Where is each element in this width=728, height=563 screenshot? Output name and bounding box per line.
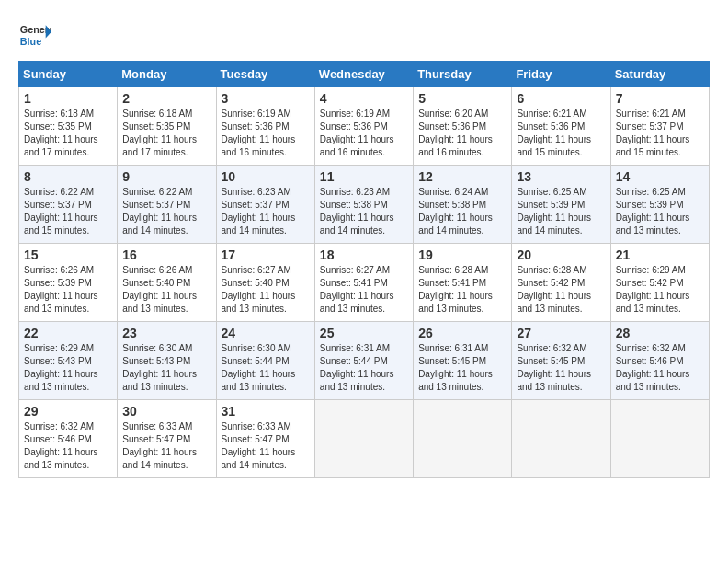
day-cell-1: 1Sunrise: 6:18 AMSunset: 5:35 PMDaylight…	[19, 87, 118, 166]
day-cell-13: 13Sunrise: 6:25 AMSunset: 5:39 PMDayligh…	[512, 166, 610, 244]
day-cell-17: 17Sunrise: 6:27 AMSunset: 5:40 PMDayligh…	[216, 244, 314, 322]
day-cell-22: 22Sunrise: 6:29 AMSunset: 5:43 PMDayligh…	[19, 322, 118, 400]
day-info: Sunrise: 6:29 AMSunset: 5:42 PMDaylight:…	[616, 265, 690, 314]
day-cell-2: 2Sunrise: 6:18 AMSunset: 5:35 PMDaylight…	[118, 87, 216, 166]
day-cell-8: 8Sunrise: 6:22 AMSunset: 5:37 PMDaylight…	[19, 166, 118, 244]
day-cell-20: 20Sunrise: 6:28 AMSunset: 5:42 PMDayligh…	[512, 244, 610, 322]
weekday-header-wednesday: Wednesday	[314, 62, 413, 87]
svg-text:Blue: Blue	[20, 36, 41, 47]
day-info: Sunrise: 6:25 AMSunset: 5:39 PMDaylight:…	[517, 187, 591, 236]
day-info: Sunrise: 6:32 AMSunset: 5:46 PMDaylight:…	[616, 343, 690, 392]
day-number: 26	[418, 326, 506, 340]
day-number: 12	[418, 169, 506, 184]
weekday-header-friday: Friday	[512, 62, 610, 87]
day-cell-21: 21Sunrise: 6:29 AMSunset: 5:42 PMDayligh…	[610, 244, 709, 322]
day-number: 29	[24, 404, 112, 419]
day-info: Sunrise: 6:33 AMSunset: 5:47 PMDaylight:…	[222, 421, 296, 470]
day-info: Sunrise: 6:18 AMSunset: 5:35 PMDaylight:…	[24, 109, 98, 157]
day-cell-3: 3Sunrise: 6:19 AMSunset: 5:36 PMDaylight…	[216, 87, 314, 166]
empty-cell	[414, 400, 512, 478]
day-cell-26: 26Sunrise: 6:31 AMSunset: 5:45 PMDayligh…	[414, 322, 512, 400]
day-number: 21	[616, 247, 704, 262]
day-info: Sunrise: 6:26 AMSunset: 5:39 PMDaylight:…	[24, 265, 98, 314]
day-number: 17	[222, 247, 310, 262]
day-number: 6	[517, 91, 605, 106]
weekday-header-thursday: Thursday	[414, 62, 512, 87]
day-info: Sunrise: 6:30 AMSunset: 5:44 PMDaylight:…	[222, 343, 296, 392]
day-info: Sunrise: 6:31 AMSunset: 5:45 PMDaylight:…	[418, 343, 493, 392]
weekday-header-saturday: Saturday	[610, 62, 709, 87]
day-number: 7	[616, 91, 704, 106]
weekday-header-row: SundayMondayTuesdayWednesdayThursdayFrid…	[19, 62, 710, 87]
empty-cell	[314, 400, 413, 478]
day-cell-7: 7Sunrise: 6:21 AMSunset: 5:37 PMDaylight…	[610, 87, 709, 166]
day-info: Sunrise: 6:31 AMSunset: 5:44 PMDaylight:…	[320, 343, 394, 392]
day-number: 22	[24, 326, 112, 340]
day-cell-18: 18Sunrise: 6:27 AMSunset: 5:41 PMDayligh…	[314, 244, 413, 322]
day-cell-4: 4Sunrise: 6:19 AMSunset: 5:36 PMDaylight…	[314, 87, 413, 166]
day-info: Sunrise: 6:30 AMSunset: 5:43 PMDaylight:…	[122, 343, 197, 392]
day-info: Sunrise: 6:24 AMSunset: 5:38 PMDaylight:…	[418, 187, 493, 236]
weekday-header-tuesday: Tuesday	[216, 62, 314, 87]
day-number: 27	[517, 326, 605, 340]
day-cell-28: 28Sunrise: 6:32 AMSunset: 5:46 PMDayligh…	[610, 322, 709, 400]
day-info: Sunrise: 6:28 AMSunset: 5:41 PMDaylight:…	[418, 265, 493, 314]
day-number: 8	[24, 169, 112, 184]
day-info: Sunrise: 6:29 AMSunset: 5:43 PMDaylight:…	[24, 343, 98, 392]
day-number: 11	[320, 169, 408, 184]
day-info: Sunrise: 6:18 AMSunset: 5:35 PMDaylight:…	[122, 109, 197, 157]
day-number: 31	[222, 404, 310, 419]
day-cell-30: 30Sunrise: 6:33 AMSunset: 5:47 PMDayligh…	[118, 400, 216, 478]
day-number: 18	[320, 247, 408, 262]
day-cell-12: 12Sunrise: 6:24 AMSunset: 5:38 PMDayligh…	[414, 166, 512, 244]
day-number: 24	[222, 326, 310, 340]
day-cell-11: 11Sunrise: 6:23 AMSunset: 5:38 PMDayligh…	[314, 166, 413, 244]
day-number: 25	[320, 326, 408, 340]
day-cell-6: 6Sunrise: 6:21 AMSunset: 5:36 PMDaylight…	[512, 87, 610, 166]
day-info: Sunrise: 6:27 AMSunset: 5:41 PMDaylight:…	[320, 265, 394, 314]
day-info: Sunrise: 6:23 AMSunset: 5:38 PMDaylight:…	[320, 187, 394, 236]
day-number: 4	[320, 91, 408, 106]
day-number: 19	[418, 247, 506, 262]
day-info: Sunrise: 6:19 AMSunset: 5:36 PMDaylight:…	[222, 109, 296, 157]
day-info: Sunrise: 6:33 AMSunset: 5:47 PMDaylight:…	[122, 421, 197, 470]
calendar-table: SundayMondayTuesdayWednesdayThursdayFrid…	[18, 61, 710, 478]
header: General Blue	[18, 18, 710, 52]
day-number: 13	[517, 169, 605, 184]
day-cell-16: 16Sunrise: 6:26 AMSunset: 5:40 PMDayligh…	[118, 244, 216, 322]
day-cell-25: 25Sunrise: 6:31 AMSunset: 5:44 PMDayligh…	[314, 322, 413, 400]
day-info: Sunrise: 6:22 AMSunset: 5:37 PMDaylight:…	[122, 187, 197, 236]
empty-cell	[610, 400, 709, 478]
calendar-row-1: 1Sunrise: 6:18 AMSunset: 5:35 PMDaylight…	[19, 87, 710, 166]
calendar-row-3: 15Sunrise: 6:26 AMSunset: 5:39 PMDayligh…	[19, 244, 710, 322]
calendar-row-4: 22Sunrise: 6:29 AMSunset: 5:43 PMDayligh…	[19, 322, 710, 400]
day-info: Sunrise: 6:32 AMSunset: 5:45 PMDaylight:…	[517, 343, 591, 392]
day-number: 14	[616, 169, 704, 184]
day-cell-10: 10Sunrise: 6:23 AMSunset: 5:37 PMDayligh…	[216, 166, 314, 244]
day-cell-14: 14Sunrise: 6:25 AMSunset: 5:39 PMDayligh…	[610, 166, 709, 244]
logo-icon: General Blue	[18, 18, 51, 52]
day-number: 3	[222, 91, 310, 106]
day-info: Sunrise: 6:32 AMSunset: 5:46 PMDaylight:…	[24, 421, 98, 470]
day-number: 16	[122, 247, 210, 262]
day-cell-24: 24Sunrise: 6:30 AMSunset: 5:44 PMDayligh…	[216, 322, 314, 400]
day-number: 28	[616, 326, 704, 340]
day-info: Sunrise: 6:19 AMSunset: 5:36 PMDaylight:…	[320, 109, 394, 157]
day-number: 30	[122, 404, 210, 419]
day-cell-15: 15Sunrise: 6:26 AMSunset: 5:39 PMDayligh…	[19, 244, 118, 322]
day-info: Sunrise: 6:22 AMSunset: 5:37 PMDaylight:…	[24, 187, 98, 236]
day-info: Sunrise: 6:26 AMSunset: 5:40 PMDaylight:…	[122, 265, 197, 314]
logo: General Blue	[18, 18, 51, 52]
day-info: Sunrise: 6:20 AMSunset: 5:36 PMDaylight:…	[418, 109, 493, 157]
weekday-header-monday: Monday	[118, 62, 216, 87]
day-info: Sunrise: 6:21 AMSunset: 5:37 PMDaylight:…	[616, 109, 690, 157]
day-cell-23: 23Sunrise: 6:30 AMSunset: 5:43 PMDayligh…	[118, 322, 216, 400]
day-number: 15	[24, 247, 112, 262]
day-info: Sunrise: 6:25 AMSunset: 5:39 PMDaylight:…	[616, 187, 690, 236]
calendar-row-5: 29Sunrise: 6:32 AMSunset: 5:46 PMDayligh…	[19, 400, 710, 478]
day-cell-9: 9Sunrise: 6:22 AMSunset: 5:37 PMDaylight…	[118, 166, 216, 244]
day-number: 5	[418, 91, 506, 106]
day-cell-29: 29Sunrise: 6:32 AMSunset: 5:46 PMDayligh…	[19, 400, 118, 478]
day-cell-19: 19Sunrise: 6:28 AMSunset: 5:41 PMDayligh…	[414, 244, 512, 322]
day-number: 23	[122, 326, 210, 340]
